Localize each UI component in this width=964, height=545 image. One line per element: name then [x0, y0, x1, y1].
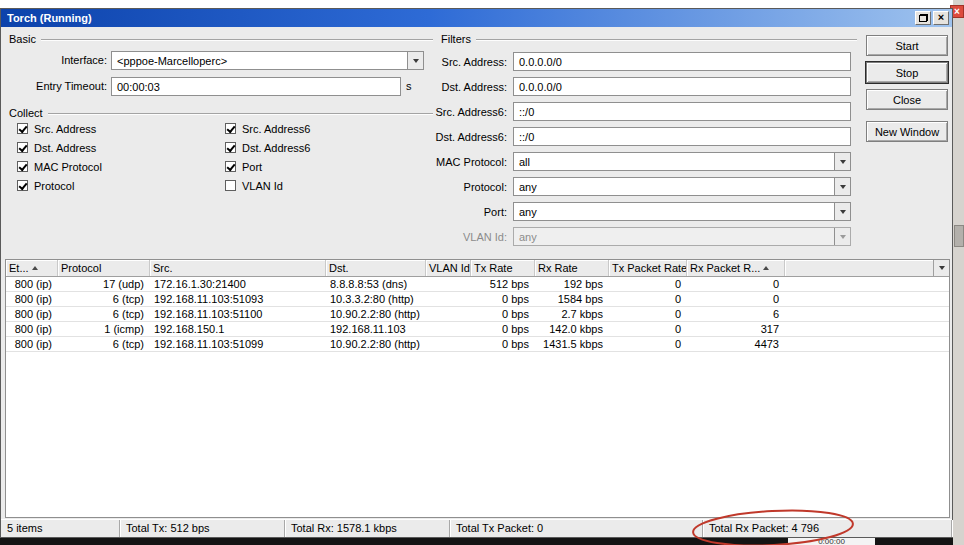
status-segment-0: 5 items — [1, 520, 120, 537]
column-header-protocol[interactable]: Protocol — [58, 260, 150, 276]
interface-select[interactable]: <pppoe-Marcelloperc> — [111, 51, 424, 70]
filter-value: ::/0 — [514, 131, 850, 143]
cell: 0 bps — [471, 322, 535, 336]
column-header-src[interactable]: Src. — [150, 260, 326, 276]
screen: × 0:00:00 Torch (Running) × Basic Interf… — [0, 0, 964, 545]
filter-port-field[interactable]: any — [513, 202, 851, 221]
start-button[interactable]: Start — [866, 35, 948, 56]
dropdown-arrow-icon[interactable] — [834, 153, 850, 170]
titlebar[interactable]: Torch (Running) × — [1, 9, 952, 27]
filter-row-dst-address: Dst. Address:0.0.0.0/0 — [381, 74, 851, 99]
filters-group-header: Filters — [441, 33, 857, 45]
cell: 172.16.1.30:21400 — [150, 277, 326, 291]
stop-button[interactable]: Stop — [866, 62, 948, 83]
restore-button[interactable] — [915, 11, 931, 25]
filter-value: 0.0.0.0/0 — [514, 56, 850, 68]
checkbox-box[interactable] — [225, 161, 236, 172]
checkbox-box[interactable] — [17, 142, 28, 153]
dropdown-arrow-icon[interactable] — [834, 228, 850, 245]
status-segment-4: Total Rx Packet: 4 796 — [703, 520, 952, 537]
checkbox-box[interactable] — [17, 123, 28, 134]
filter-row-vlan-id: VLAN Id:any — [381, 224, 851, 249]
cell-filler — [785, 292, 949, 306]
cell: 0 — [609, 337, 687, 351]
checkbox-box[interactable] — [17, 161, 28, 172]
action-buttons: StartStopCloseNew Window — [866, 35, 948, 142]
cell: 800 (ip) — [6, 292, 58, 306]
dropdown-arrow-icon[interactable] — [834, 203, 850, 220]
column-header-rx-packet-r[interactable]: Rx Packet R... — [687, 260, 785, 276]
background-partial-text: 0:00:00 — [788, 538, 875, 545]
filter-mac-protocol-field[interactable]: all — [513, 152, 851, 171]
cell — [426, 307, 471, 321]
cell-filler — [785, 322, 949, 336]
group-rule — [48, 113, 433, 114]
filter-dst-address-field[interactable]: 0.0.0.0/0 — [513, 77, 851, 96]
filter-label: Port: — [381, 206, 507, 218]
cell: 6 (tcp) — [58, 307, 150, 321]
filter-protocol-field[interactable]: any — [513, 177, 851, 196]
column-header-tx-packet-rate[interactable]: Tx Packet Rate — [609, 260, 687, 276]
filter-value: any — [514, 181, 834, 193]
column-header-vlan-id[interactable]: VLAN Id — [426, 260, 471, 276]
close-button[interactable]: Close — [866, 89, 948, 110]
column-header-filler — [785, 260, 949, 276]
cell: 8.8.8.8:53 (dns) — [326, 277, 426, 291]
entry-timeout-label: Entry Timeout: — [9, 77, 107, 96]
column-header-et[interactable]: Et... — [6, 260, 58, 276]
close-button[interactable]: × — [933, 11, 949, 25]
cell — [426, 337, 471, 351]
table-row[interactable]: 800 (ip)6 (tcp)192.168.11.103:5109910.90… — [6, 337, 949, 352]
cell — [426, 292, 471, 306]
cell: 0 — [609, 292, 687, 306]
column-header-dst[interactable]: Dst. — [326, 260, 426, 276]
checkbox-protocol[interactable]: Protocol — [17, 180, 225, 192]
cell: 0 bps — [471, 307, 535, 321]
checkbox-dst-address[interactable]: Dst. Address — [17, 142, 225, 154]
checkbox-label: VLAN Id — [242, 180, 283, 192]
new-window-button[interactable]: New Window — [866, 121, 948, 142]
cell: 317 — [687, 322, 785, 336]
status-bar: 5 itemsTotal Tx: 512 bpsTotal Rx: 1578.1… — [1, 519, 952, 537]
column-label: Tx Rate — [474, 262, 513, 274]
filter-label: Src. Address6: — [381, 106, 507, 118]
filter-rows: Src. Address:0.0.0.0/0Dst. Address:0.0.0… — [381, 49, 851, 249]
checkbox-box[interactable] — [17, 180, 28, 191]
filter-label: Protocol: — [381, 181, 507, 193]
entry-timeout-value: 00:00:03 — [112, 81, 400, 93]
checkbox-box[interactable] — [225, 180, 236, 191]
checkbox-box[interactable] — [225, 142, 236, 153]
connections-table: Et...ProtocolSrc.Dst.VLAN IdTx RateRx Ra… — [5, 259, 950, 518]
filter-vlan-id-field[interactable]: any — [513, 227, 851, 246]
cell-filler — [785, 277, 949, 291]
entry-timeout-input[interactable]: 00:00:03 — [111, 77, 401, 96]
filter-dst-address6-field[interactable]: ::/0 — [513, 127, 851, 146]
close-icon: × — [938, 12, 944, 23]
close-icon: × — [954, 6, 960, 17]
cell: 10.90.2.2:80 (http) — [326, 337, 426, 351]
table-row[interactable]: 800 (ip)17 (udp)172.16.1.30:214008.8.8.8… — [6, 277, 949, 292]
cell: 0 — [609, 307, 687, 321]
filter-src-address6-field[interactable]: ::/0 — [513, 102, 851, 121]
table-row[interactable]: 800 (ip)6 (tcp)192.168.11.103:5110010.90… — [6, 307, 949, 322]
filter-src-address-field[interactable]: 0.0.0.0/0 — [513, 52, 851, 71]
checkbox-src-address[interactable]: Src. Address — [17, 123, 225, 135]
torch-window: Torch (Running) × Basic Interface: <pppo… — [0, 8, 953, 538]
checkbox-label: Protocol — [34, 180, 74, 192]
status-segment-2: Total Rx: 1578.1 kbps — [285, 520, 450, 537]
cell: 2.7 kbps — [535, 307, 609, 321]
checkbox-mac-protocol[interactable]: MAC Protocol — [17, 161, 225, 173]
cell: 512 bps — [471, 277, 535, 291]
table-row[interactable]: 800 (ip)6 (tcp)192.168.11.103:5109310.3.… — [6, 292, 949, 307]
column-header-tx-rate[interactable]: Tx Rate — [471, 260, 535, 276]
table-row[interactable]: 800 (ip)1 (icmp)192.168.150.1192.168.11.… — [6, 322, 949, 337]
table-body[interactable]: 800 (ip)17 (udp)172.16.1.30:214008.8.8.8… — [6, 277, 949, 352]
filter-label: Dst. Address: — [381, 81, 507, 93]
checkbox-box[interactable] — [225, 123, 236, 134]
column-header-rx-rate[interactable]: Rx Rate — [535, 260, 609, 276]
cell: 142.0 kbps — [535, 322, 609, 336]
dropdown-arrow-icon[interactable] — [834, 178, 850, 195]
column-menu-button[interactable] — [933, 260, 949, 276]
cell-filler — [785, 337, 949, 351]
cell: 800 (ip) — [6, 337, 58, 351]
